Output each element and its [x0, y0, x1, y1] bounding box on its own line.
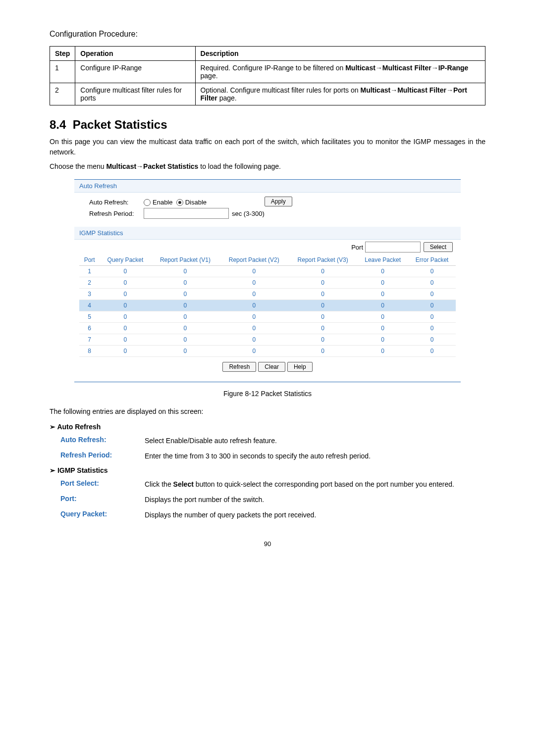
stats-cell: 0	[408, 289, 456, 300]
definition-term: Refresh Period:	[60, 451, 145, 461]
definition-text: Displays the port number of the switch.	[145, 495, 485, 505]
refresh-button[interactable]: Refresh	[222, 362, 256, 372]
stats-cell: 0	[100, 311, 151, 323]
operation-cell: Configure multicast filter rules for por…	[75, 83, 195, 105]
description-cell: Required. Configure IP-Range to be filte…	[195, 61, 485, 83]
desc-text: page.	[201, 72, 218, 80]
stats-cell: 0	[408, 277, 456, 289]
entries-intro: The following entries are displayed on t…	[50, 407, 485, 415]
stats-cell: 0	[219, 300, 288, 311]
table-row[interactable]: 1000000	[79, 266, 456, 277]
stats-cell: 1	[79, 266, 100, 277]
stats-cell: 4	[79, 300, 100, 311]
definition-term: Port:	[60, 495, 145, 505]
procedure-table: Step Operation Description 1 Configure I…	[50, 46, 485, 105]
intro-paragraph: On this page you can view the multicast …	[50, 137, 485, 157]
stats-cell: 0	[408, 311, 456, 323]
stats-cell: 0	[288, 300, 357, 311]
stats-cell: 0	[100, 346, 151, 357]
stats-cell: 0	[151, 311, 220, 323]
apply-button[interactable]: Apply	[265, 197, 292, 206]
stats-cell: 0	[288, 277, 357, 289]
stats-cell: 6	[79, 323, 100, 334]
section-title: Packet Statistics	[73, 118, 167, 131]
desc-path: Multicast→Multicast Filter→IP-Range	[345, 64, 468, 72]
desc-text: Required. Configure IP-Range to be filte…	[201, 64, 346, 72]
auto-refresh-body: Auto Refresh: Enable Disable Refresh Per…	[74, 193, 461, 227]
stats-cell: 0	[100, 323, 151, 334]
menu-path-paragraph: Choose the menu Multicast→Packet Statist…	[50, 161, 485, 172]
stats-cell: 0	[357, 289, 408, 300]
table-row[interactable]: 7000000	[79, 334, 456, 346]
port-select-input[interactable]	[365, 242, 421, 252]
stats-cell: 0	[288, 323, 357, 334]
disable-radio[interactable]	[176, 199, 183, 206]
stats-cell: 0	[219, 266, 288, 277]
stats-cell: 0	[288, 334, 357, 346]
igmp-statistics-header: IGMP Statistics	[74, 227, 461, 240]
col-port: Port	[79, 254, 100, 266]
stats-cell: 7	[79, 334, 100, 346]
stats-cell: 5	[79, 311, 100, 323]
stats-cell: 0	[408, 300, 456, 311]
stats-cell: 0	[357, 311, 408, 323]
definition-row: Refresh Period:Enter the time from 3 to …	[60, 451, 485, 461]
menu-text: Choose the menu	[50, 162, 106, 170]
packet-statistics-figure: Auto Refresh Auto Refresh: Enable Disabl…	[74, 179, 461, 382]
col-r2: Report Packet (V2)	[219, 254, 288, 266]
definition-row: Query Packet:Displays the number of quer…	[60, 510, 485, 520]
select-button[interactable]: Select	[424, 242, 453, 252]
stats-cell: 2	[79, 277, 100, 289]
refresh-period-label: Refresh Period:	[89, 210, 144, 217]
stats-cell: 0	[151, 266, 220, 277]
stats-cell: 0	[357, 334, 408, 346]
table-row[interactable]: 3000000	[79, 289, 456, 300]
igmp-stats-table: Port Query Packet Report Packet (V1) Rep…	[79, 254, 456, 357]
operation-cell: Configure IP-Range	[75, 61, 195, 83]
section-heading: 8.4 Packet Statistics	[50, 118, 485, 132]
table-row[interactable]: 8000000	[79, 346, 456, 357]
stats-cell: 0	[219, 277, 288, 289]
disable-label: Disable	[185, 199, 207, 206]
stats-cell: 0	[100, 289, 151, 300]
step-cell: 2	[50, 83, 75, 105]
col-query: Query Packet	[100, 254, 151, 266]
enable-radio[interactable]	[144, 199, 151, 206]
stats-cell: 0	[408, 334, 456, 346]
table-row[interactable]: 4000000	[79, 300, 456, 311]
stats-cell: 0	[357, 277, 408, 289]
configuration-procedure-heading: Configuration Procedure:	[50, 30, 485, 39]
stats-cell: 0	[408, 346, 456, 357]
definition-term: Auto Refresh:	[60, 436, 145, 446]
stats-cell: 0	[408, 266, 456, 277]
stats-cell: 0	[151, 277, 220, 289]
clear-button[interactable]: Clear	[258, 362, 285, 372]
col-r1: Report Packet (V1)	[151, 254, 220, 266]
col-leave: Leave Packet	[357, 254, 408, 266]
stats-cell: 0	[219, 334, 288, 346]
col-description: Description	[195, 47, 485, 61]
stats-cell: 0	[100, 334, 151, 346]
help-button[interactable]: Help	[287, 362, 313, 372]
col-step: Step	[50, 47, 75, 61]
stats-cell: 0	[357, 300, 408, 311]
definition-text: Click the Select button to quick-select …	[145, 479, 485, 490]
table-row[interactable]: 6000000	[79, 323, 456, 334]
table-row[interactable]: 2000000	[79, 277, 456, 289]
desc-text: page.	[217, 94, 237, 102]
definition-row: Port Select:Click the Select button to q…	[60, 479, 485, 490]
stats-cell: 0	[408, 323, 456, 334]
table-row: 2 Configure multicast filter rules for p…	[50, 83, 485, 105]
stats-cell: 8	[79, 346, 100, 357]
col-operation: Operation	[75, 47, 195, 61]
stats-cell: 3	[79, 289, 100, 300]
definition-term: Port Select:	[60, 479, 145, 490]
definition-text: Select Enable/Disable auto refresh featu…	[145, 436, 485, 446]
description-cell: Optional. Configure multicast filter rul…	[195, 83, 485, 105]
definition-text: Displays the number of query packets the…	[145, 510, 485, 520]
stats-cell: 0	[219, 323, 288, 334]
table-row[interactable]: 5000000	[79, 311, 456, 323]
refresh-period-input[interactable]	[144, 208, 229, 219]
stats-cell: 0	[100, 300, 151, 311]
auto-refresh-header: Auto Refresh	[74, 180, 461, 193]
